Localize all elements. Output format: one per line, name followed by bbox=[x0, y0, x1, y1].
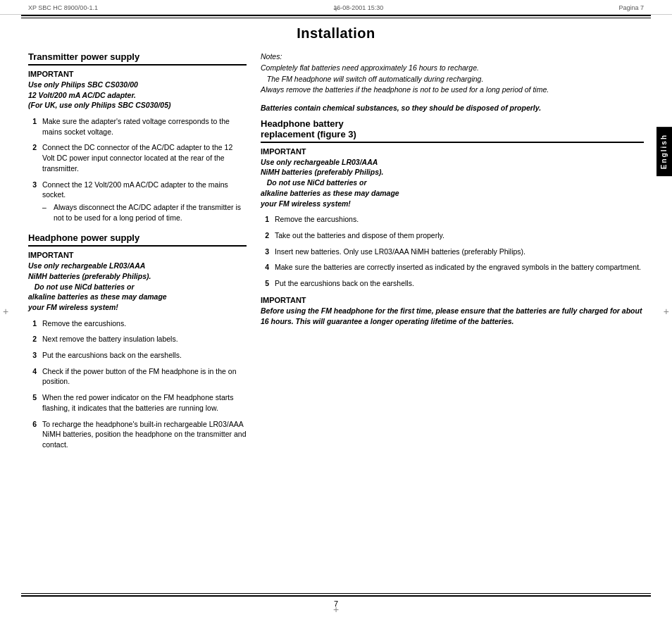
item-text: Remove the earcushions. bbox=[42, 318, 247, 329]
note-1: Completely flat batteries need approxima… bbox=[261, 63, 479, 72]
item-number: 5 bbox=[261, 278, 269, 289]
list-item: 2 Take out the batteries and dispose of … bbox=[261, 230, 644, 241]
item-number: 5 bbox=[28, 392, 37, 413]
item-text: Take out the batteries and dispose of th… bbox=[275, 230, 644, 241]
item-number: 6 bbox=[28, 419, 37, 450]
item-text: Check if the power button of the FM head… bbox=[42, 366, 247, 387]
item-number: 3 bbox=[261, 247, 269, 257]
list-item: 2 Next remove the battery insulation lab… bbox=[28, 334, 247, 344]
headphone-power-heading: Headphone power supply bbox=[28, 232, 247, 247]
item-text: Make sure the adapter's rated voltage co… bbox=[42, 116, 247, 137]
item-text: Connect the DC connector of the AC/DC ad… bbox=[42, 142, 247, 173]
item-number: 3 bbox=[28, 180, 37, 223]
dash: – bbox=[42, 202, 49, 223]
item-text: Next remove the battery insulation label… bbox=[42, 334, 247, 344]
list-item: 4 Make sure the batteries are correctly … bbox=[261, 262, 644, 273]
item-text: Put the earcushions back on the earshell… bbox=[275, 278, 644, 289]
bottom-border-inner bbox=[21, 593, 651, 594]
list-item: 2 Connect the DC connector of the AC/DC … bbox=[28, 142, 247, 173]
top-border-outer bbox=[21, 15, 651, 16]
item-text: Insert new batteries. Only use LR03/AAA … bbox=[275, 247, 644, 257]
item-text: Put the earcushions back on the earshell… bbox=[42, 350, 247, 361]
doc-id: XP SBC HC 8900/00-1.1 bbox=[28, 4, 98, 11]
item-text: Make sure the batteries are correctly in… bbox=[275, 262, 644, 273]
item-text: Connect the 12 Volt/200 mA AC/DC adapter… bbox=[42, 180, 247, 223]
sub-item-text: Always disconnect the AC/DC adapter if t… bbox=[54, 202, 247, 223]
list-item: 4 Check if the power button of the FM he… bbox=[28, 366, 247, 387]
item-number: 4 bbox=[28, 366, 37, 387]
note-2: The FM headphone will switch off automat… bbox=[261, 75, 483, 83]
item-number: 2 bbox=[28, 334, 37, 344]
right-column: Notes: Completely flat batteries need ap… bbox=[261, 51, 644, 456]
transmitter-list: 1 Make sure the adapter's rated voltage … bbox=[28, 116, 247, 223]
doc-page-ref: Pagina 7 bbox=[618, 4, 644, 11]
note-3: Always remove the batteries if the headp… bbox=[261, 85, 549, 94]
battery-important-label: IMPORTANT bbox=[261, 147, 644, 156]
notes-block: Notes: Completely flat batteries need ap… bbox=[261, 51, 644, 96]
list-item: 1 Make sure the adapter's rated voltage … bbox=[28, 116, 247, 137]
doc-date: 16-08-2001 15:30 bbox=[333, 4, 383, 11]
transmitter-important-text: Use only Philips SBC CS030/0012 Volt/200… bbox=[28, 80, 247, 111]
battery-list: 1 Remove the earcushions. 2 Take out the… bbox=[261, 214, 644, 288]
list-item: 1 Remove the earcushions. bbox=[28, 318, 247, 329]
reg-mark-top: + bbox=[333, 3, 339, 14]
list-item: 3 Insert new batteries. Only use LR03/AA… bbox=[261, 247, 644, 257]
item-number: 1 bbox=[28, 116, 37, 137]
list-item: 3 Connect the 12 Volt/200 mA AC/DC adapt… bbox=[28, 180, 247, 223]
battery-important2-label: IMPORTANT bbox=[261, 296, 644, 304]
item-text: When the red power indicator on the FM h… bbox=[42, 392, 247, 413]
columns-container: Transmitter power supply IMPORTANT Use o… bbox=[28, 51, 644, 456]
item-number: 2 bbox=[28, 142, 37, 173]
transmitter-section: Transmitter power supply IMPORTANT Use o… bbox=[28, 51, 247, 223]
sub-item: – Always disconnect the AC/DC adapter if… bbox=[42, 202, 247, 223]
item-number: 3 bbox=[28, 350, 37, 361]
headphone-power-important-label: IMPORTANT bbox=[28, 251, 247, 259]
page: + + + + XP SBC HC 8900/00-1.1 16-08-2001… bbox=[0, 0, 672, 622]
transmitter-heading: Transmitter power supply bbox=[28, 51, 247, 66]
headphone-power-section: Headphone power supply IMPORTANT Use onl… bbox=[28, 232, 247, 449]
list-item: 5 When the red power indicator on the FM… bbox=[28, 392, 247, 413]
main-content: Installation Transmitter power supply IM… bbox=[0, 18, 672, 477]
battery-important-text: Use only rechargeable LR03/AAA NiMH batt… bbox=[261, 157, 644, 209]
bold-note: Batteries contain chemical substances, s… bbox=[261, 103, 644, 114]
list-item: 1 Remove the earcushions. bbox=[261, 214, 644, 225]
page-number: 7 bbox=[334, 599, 338, 608]
list-item: 3 Put the earcushions back on the earshe… bbox=[28, 350, 247, 361]
battery-important2-text: Before using the FM headphone for the fi… bbox=[261, 306, 644, 328]
item-number: 1 bbox=[261, 214, 269, 225]
item-number: 2 bbox=[261, 230, 269, 241]
list-item: 5 Put the earcushions back on the earshe… bbox=[261, 278, 644, 289]
transmitter-important-label: IMPORTANT bbox=[28, 70, 247, 78]
bottom-border-outer bbox=[21, 595, 651, 597]
battery-replacement-section: Headphone batteryreplacement (figure 3) … bbox=[261, 118, 644, 328]
list-item: 6 To recharge the headphone's built-in r… bbox=[28, 419, 247, 450]
item-number: 1 bbox=[28, 318, 37, 329]
item-text: Remove the earcushions. bbox=[275, 214, 644, 225]
headphone-power-list: 1 Remove the earcushions. 2 Next remove … bbox=[28, 318, 247, 450]
battery-replacement-heading: Headphone batteryreplacement (figure 3) bbox=[261, 118, 644, 143]
notes-label: Notes: bbox=[261, 52, 282, 61]
item-number: 4 bbox=[261, 262, 269, 273]
page-title: Installation bbox=[28, 25, 644, 42]
headphone-power-important-text: Use only rechargeable LR03/AAA NiMH batt… bbox=[28, 261, 247, 312]
item-text: To recharge the headphone's built-in rec… bbox=[42, 419, 247, 450]
left-column: Transmitter power supply IMPORTANT Use o… bbox=[28, 51, 247, 456]
